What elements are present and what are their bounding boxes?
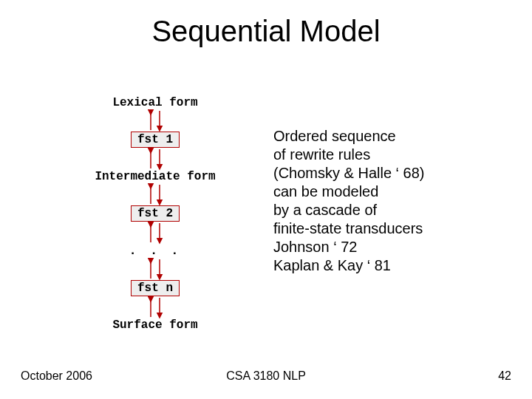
footer-page: 42 [498,369,511,383]
arrow-pair-4 [74,222,236,244]
intermediate-form-label: Intermediate form [74,170,236,183]
fst-1-label: fst 1 [131,132,180,148]
slide-title: Sequential Model [0,15,532,48]
description-text: Ordered sequence of rewrite rules (Choms… [273,127,488,275]
diagram-column: Lexical form fst 1 [74,96,236,332]
desc-line-6: finite-state transducers [273,220,423,236]
fst-2-box: fst 2 [74,205,236,222]
desc-line-1: Ordered sequence [273,128,396,144]
ellipsis: . . . [74,244,236,258]
lexical-form-label: Lexical form [74,96,236,109]
surface-form-label: Surface form [74,318,236,332]
arrow-pair-6 [74,296,236,318]
desc-line-5: by a cascade of [273,202,377,218]
desc-line-7: Johnson ‘ 72 [273,239,357,255]
footer-course: CSA 3180 NLP [0,369,532,383]
desc-line-4: can be modeled [273,183,378,200]
fst-n-label: fst n [131,280,180,296]
arrow-pair-5 [74,258,236,280]
arrow-pair-1 [74,109,236,132]
fst-1-box: fst 1 [74,132,236,148]
desc-line-2: of rewrite rules [273,146,370,163]
fst-n-box: fst n [74,280,236,296]
desc-line-3: (Chomsky & Halle ‘ 68) [273,165,425,181]
arrow-pair-2 [74,148,236,170]
arrow-pair-3 [74,183,236,205]
desc-line-8: Kaplan & Kay ‘ 81 [273,257,391,273]
fst-2-label: fst 2 [131,205,180,222]
